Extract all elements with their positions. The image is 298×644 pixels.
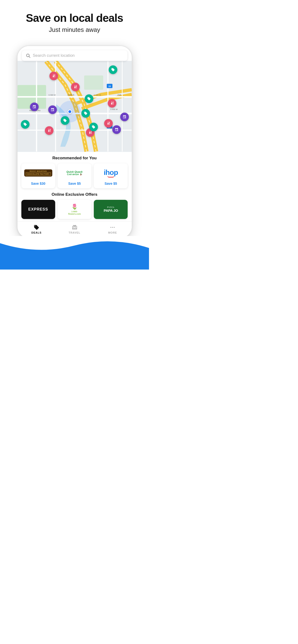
qqcw-logo: Quick Quack CAR WASH 🦆 [66,170,83,176]
rmcf-logo-area: ROCKY MOUNTAIN CHOCOLATE FACTORY. [23,167,53,179]
svg-point-25 [114,227,115,228]
online-card-flowers[interactable]: 🌷 1-800-flowers.com [58,200,91,219]
tag-pin-1[interactable] [109,66,117,74]
svg-text:S 900 W: S 900 W [94,94,101,96]
papajohns-pizza-text: PIZZA [107,206,115,208]
tag-pin-3[interactable] [81,109,90,118]
nav-label-more: MORE [108,231,117,234]
page-title: Save on local deals [10,12,139,24]
online-card-papajohns[interactable]: PIZZA PAPA JO [94,200,128,219]
qqcw-save: Save $5 [68,182,81,186]
express-text: EXPRESS [28,207,48,212]
svg-text:210: 210 [117,94,121,96]
wave-container [0,236,149,270]
restaurant-pin-3[interactable] [108,99,116,108]
shopping-pin-3[interactable] [112,125,121,134]
restaurant-pin-6[interactable] [45,126,54,135]
wave-svg [0,236,149,255]
search-input-wrapper[interactable]: Search current location [22,50,127,61]
express-logo: EXPRESS [21,200,55,219]
deals-icon [34,224,39,230]
svg-rect-4 [84,76,103,90]
svg-text:S 900 W: S 900 W [48,94,56,96]
shopping-pin-2[interactable] [48,106,57,114]
blue-footer [0,255,149,270]
svg-text:2100 S: 2100 S [67,94,74,96]
papajohns-name-text: PAPA JO [104,208,118,212]
page-wrapper: Save on local deals Just minutes away Se… [0,0,149,270]
qqcw-text2: CAR WASH 🦆 [66,173,83,176]
phone-container: Search current location [0,41,149,238]
search-icon [26,53,31,58]
svg-text:S 600 W: S 600 W [110,108,117,110]
deal-card-rmcf[interactable]: ROCKY MOUNTAIN CHOCOLATE FACTORY. Save $… [21,164,55,188]
restaurant-pin-4[interactable] [104,119,113,128]
tag-pin-6[interactable] [21,120,30,129]
nav-label-deals: DEALS [32,231,42,234]
qqcw-text1: Quick Quack [66,170,83,173]
svg-line-1 [29,56,30,58]
more-icon [110,224,115,230]
deal-card-ihop[interactable]: ihop Save $5 [94,164,128,188]
rmcf-logo: ROCKY MOUNTAIN CHOCOLATE FACTORY. [24,170,52,176]
bottom-nav: DEALS TRAVEL MORE [18,222,132,238]
online-row: EXPRESS 🌷 1-800-flowers.com PIZZA [21,200,128,222]
svg-text:15: 15 [108,85,111,87]
online-card-express[interactable]: EXPRESS [21,200,55,219]
nav-item-deals[interactable]: DEALS [18,224,56,234]
ihop-text: ihop [104,168,118,176]
restaurant-pin-1[interactable] [49,72,58,80]
shopping-pin-1[interactable] [30,102,39,111]
nav-item-more[interactable]: MORE [94,224,132,234]
page-subtitle: Just minutes away [10,26,139,34]
ihop-logo: ihop [104,168,118,178]
nav-label-travel: TRAVEL [69,231,80,234]
svg-point-23 [110,227,111,228]
online-exclusive-title: Online Exclusive Offers [21,192,128,197]
search-placeholder-text: Search current location [33,53,75,58]
rmcf-save: Save $30 [31,182,45,186]
map-area[interactable]: 15 15 S 900 W S 900 W S 600 W Redwood Rd… [18,61,132,152]
deals-row: ROCKY MOUNTAIN CHOCOLATE FACTORY. Save $… [21,164,128,192]
qqcw-logo-area: Quick Quack CAR WASH 🦆 [60,167,89,179]
flowers-icon: 🌷 [71,204,78,210]
flowers-logo: 🌷 1-800-flowers.com [68,204,81,215]
deal-card-qqcw[interactable]: Quick Quack CAR WASH 🦆 Save $5 [58,164,91,188]
nav-item-travel[interactable]: TRAVEL [55,224,94,234]
phone-mockup: Search current location [17,46,132,238]
online-exclusive-section: Online Exclusive Offers EXPRESS 🌷 1-800-… [18,192,132,222]
recommended-section: Recommended for You ROCKY MOUNTAIN CHOCO… [18,152,132,192]
header: Save on local deals Just minutes away [0,0,149,41]
ihop-save: Save $5 [105,182,117,186]
rmcf-logo-text1: ROCKY MOUNTAIN [26,170,51,172]
travel-icon [72,224,77,230]
rmcf-logo-text2: CHOCOLATE FACTORY. [26,172,51,176]
restaurant-pin-2[interactable] [71,83,80,91]
recommended-title: Recommended for You [21,156,128,160]
search-bar[interactable]: Search current location [18,46,132,61]
svg-point-24 [112,227,113,228]
shopping-pin-4[interactable] [120,112,129,121]
flowers-text: 1-800-flowers.com [68,210,81,215]
ihop-logo-area: ihop [96,167,126,179]
papajohns-logo: PIZZA PAPA JO [94,200,128,219]
